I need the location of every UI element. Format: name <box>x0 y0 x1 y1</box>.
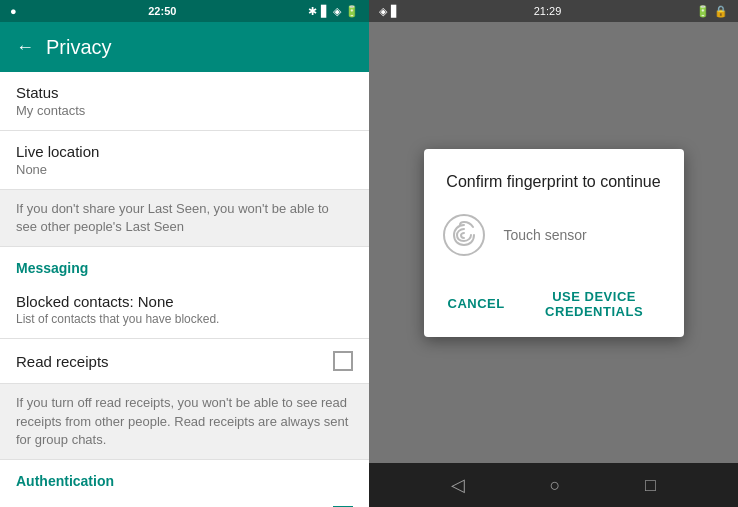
fingerprint-dialog: Confirm fingerprint to continue Touch se… <box>424 149 684 337</box>
last-seen-info-text: If you don't share your Last Seen, you w… <box>16 200 353 236</box>
fingerprint-setting[interactable]: Fingerprint <box>0 494 369 507</box>
signal-icon: ▋ <box>321 5 329 18</box>
read-receipts-setting[interactable]: Read receipts <box>0 339 369 384</box>
right-status-left-icons: ◈ ▋ <box>379 5 399 18</box>
blocked-contacts-label: Blocked contacts: None <box>16 293 353 310</box>
touch-sensor-label: Touch sensor <box>504 227 587 243</box>
fingerprint-icon <box>440 211 488 259</box>
dialog-title: Confirm fingerprint to continue <box>440 173 668 191</box>
right-signal-icon: ◈ <box>379 5 387 18</box>
right-status-right-icons: 🔋 🔒 <box>696 5 728 18</box>
dialog-overlay: Confirm fingerprint to continue Touch se… <box>369 22 738 463</box>
cancel-button[interactable]: CANCEL <box>440 283 513 325</box>
left-status-icon: ● <box>10 5 17 17</box>
toolbar: ← Privacy <box>0 22 369 72</box>
page-title: Privacy <box>46 36 112 59</box>
home-nav-icon[interactable]: ○ <box>550 475 561 496</box>
dialog-content: Touch sensor <box>440 211 668 259</box>
left-status-icons: ✱ ▋ ◈ 🔋 <box>308 5 359 18</box>
right-battery-icon: 🔋 <box>696 5 710 18</box>
status-value: My contacts <box>16 103 353 118</box>
last-seen-info-box: If you don't share your Last Seen, you w… <box>0 190 369 247</box>
read-receipts-checkbox[interactable] <box>333 351 353 371</box>
read-receipts-info-text: If you turn off read receipts, you won't… <box>16 394 353 449</box>
recent-nav-icon[interactable]: □ <box>645 475 656 496</box>
back-button[interactable]: ← <box>16 37 34 58</box>
messaging-section-header: Messaging <box>0 247 369 281</box>
device-credentials-button[interactable]: USE DEVICE CREDENTIALS <box>521 283 668 325</box>
left-status-bar: ● 22:50 ✱ ▋ ◈ 🔋 <box>0 0 369 22</box>
right-lock-icon: 🔒 <box>714 5 728 18</box>
authentication-section-header: Authentication <box>0 460 369 494</box>
left-panel: ● 22:50 ✱ ▋ ◈ 🔋 ← Privacy Status My cont… <box>0 0 369 507</box>
wifi-icon: ◈ <box>333 5 341 18</box>
left-time: 22:50 <box>148 5 176 17</box>
bluetooth-icon: ✱ <box>308 5 317 18</box>
live-location-setting[interactable]: Live location None <box>0 131 369 190</box>
dialog-actions: CANCEL USE DEVICE CREDENTIALS <box>440 283 668 325</box>
nav-bar: ◁ ○ □ <box>369 463 738 507</box>
blocked-contacts-setting[interactable]: Blocked contacts: None List of contacts … <box>0 281 369 339</box>
status-setting[interactable]: Status My contacts <box>0 72 369 131</box>
content-area: Status My contacts Live location None If… <box>0 72 369 507</box>
read-receipts-info-box: If you turn off read receipts, you won't… <box>0 384 369 460</box>
right-wifi-icon: ▋ <box>391 5 399 18</box>
right-main: Confirm fingerprint to continue Touch se… <box>369 22 738 463</box>
live-location-value: None <box>16 162 353 177</box>
battery-icon: 🔋 <box>345 5 359 18</box>
live-location-label: Live location <box>16 143 353 160</box>
read-receipts-label: Read receipts <box>16 353 109 370</box>
authentication-section-label: Authentication <box>16 473 114 489</box>
blocked-contacts-sublabel: List of contacts that you have blocked. <box>16 312 353 326</box>
back-nav-icon[interactable]: ◁ <box>451 474 465 496</box>
right-time: 21:29 <box>534 5 562 17</box>
status-label: Status <box>16 84 353 101</box>
messaging-section-label: Messaging <box>16 260 88 276</box>
right-panel: ◈ ▋ 21:29 🔋 🔒 Confirm fingerprint to con… <box>369 0 738 507</box>
right-status-bar: ◈ ▋ 21:29 🔋 🔒 <box>369 0 738 22</box>
